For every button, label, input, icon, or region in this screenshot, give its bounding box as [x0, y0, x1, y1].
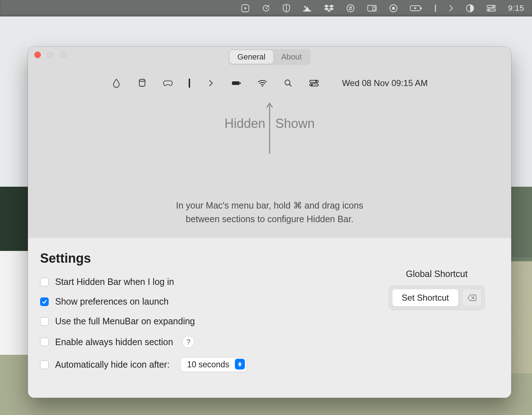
hidden-label: Hidden	[224, 116, 265, 131]
stepper-arrows-icon	[235, 359, 245, 369]
svg-rect-6	[309, 10, 311, 11]
svg-point-12	[347, 5, 354, 12]
svg-marker-9	[324, 8, 329, 10]
control-center-icon	[309, 78, 319, 88]
svg-point-16	[392, 7, 395, 10]
svg-point-26	[139, 79, 145, 81]
svg-rect-32	[310, 80, 318, 82]
svg-rect-14	[373, 7, 375, 10]
checkbox-full-menubar[interactable]	[40, 317, 49, 326]
tab-general[interactable]: General	[229, 50, 273, 64]
shortcut-control-group: Set Shortcut	[389, 286, 485, 310]
svg-marker-19	[414, 6, 417, 10]
checkbox-auto-hide[interactable]	[40, 361, 49, 369]
window-zoom-button[interactable]	[60, 52, 67, 58]
chevron-right-icon	[206, 78, 216, 88]
picture-landscape-icon[interactable]	[303, 0, 312, 16]
svg-line-31	[289, 84, 291, 86]
screen-layout-icon[interactable]	[367, 0, 377, 16]
auto-hide-select[interactable]: 10 seconds	[180, 357, 247, 372]
option-full-menubar: Use the full MenuBar on expanding	[40, 316, 247, 326]
option-show-prefs: Show preferences on launch	[40, 296, 247, 307]
instruction-text: In your Mac's menu bar, hold ⌘ and drag …	[176, 199, 363, 226]
settings-heading: Settings	[40, 251, 247, 266]
svg-point-4	[304, 6, 306, 8]
drop-icon	[111, 78, 121, 88]
shown-label: Shown	[275, 116, 315, 131]
battery-full-icon	[232, 78, 242, 88]
wifi-icon	[257, 78, 267, 88]
settings-left-column: Settings Start Hidden Bar when I log in …	[40, 251, 247, 372]
checkbox-start-on-login[interactable]	[40, 278, 49, 286]
svg-rect-22	[487, 5, 495, 8]
instruction-line1: In your Mac's menu bar, hold ⌘ and drag …	[176, 200, 363, 210]
battery-charging-icon[interactable]	[410, 0, 422, 16]
option-start-on-login: Start Hidden Bar when I log in	[40, 277, 247, 287]
svg-rect-28	[240, 82, 241, 84]
separator-icon[interactable]	[434, 0, 436, 16]
option-label: Automatically hide icon after:	[55, 359, 170, 370]
svg-marker-10	[329, 8, 334, 10]
tab-about[interactable]: About	[273, 50, 310, 64]
option-label: Start Hidden Bar when I log in	[55, 277, 174, 287]
control-center-icon[interactable]	[487, 0, 496, 16]
menubar-clock[interactable]: 9:15	[508, 4, 524, 13]
svg-point-23	[493, 6, 494, 7]
hidden-shown-diagram: Hidden Shown	[180, 98, 359, 159]
global-shortcut-section: Global Shortcut Set Shortcut	[389, 269, 485, 310]
clear-shortcut-button[interactable]	[462, 289, 482, 307]
time-machine-icon[interactable]	[262, 0, 270, 16]
option-label: Use the full MenuBar on expanding	[55, 316, 195, 326]
preferences-window: General About	[28, 47, 511, 398]
tab-segmented-control: General About	[228, 49, 311, 65]
svg-point-29	[262, 85, 263, 87]
chevron-right-icon[interactable]	[449, 0, 454, 16]
svg-marker-7	[324, 5, 329, 8]
help-button[interactable]: ?	[182, 336, 194, 348]
preview-menubar: Wed 08 Nov 09:15 AM	[111, 78, 428, 88]
svg-point-33	[315, 81, 317, 82]
separator-icon	[189, 78, 190, 88]
window-traffic-lights	[34, 52, 67, 58]
global-shortcut-label: Global Shortcut	[406, 269, 468, 279]
svg-marker-11	[327, 10, 331, 12]
set-shortcut-button[interactable]: Set Shortcut	[392, 289, 459, 307]
option-label: Show preferences on launch	[55, 296, 169, 307]
sync-circle-icon[interactable]	[346, 0, 355, 16]
system-menubar: 9:15	[0, 0, 532, 16]
svg-point-35	[311, 84, 313, 86]
instruction-line2: between sections to configure Hidden Bar…	[186, 214, 353, 224]
svg-rect-27	[232, 81, 240, 85]
svg-point-25	[488, 9, 490, 11]
svg-point-30	[285, 80, 290, 85]
svg-rect-5	[303, 10, 305, 11]
svg-rect-34	[310, 84, 318, 86]
window-titlebar: General About	[28, 47, 511, 67]
cylinder-icon	[137, 78, 147, 88]
dropbox-icon[interactable]	[324, 0, 334, 16]
checkbox-always-hidden[interactable]	[40, 338, 49, 346]
preview-datetime: Wed 08 Nov 09:15 AM	[342, 78, 428, 88]
record-circle-icon[interactable]	[389, 0, 398, 16]
svg-marker-1	[245, 7, 247, 10]
delete-back-icon	[467, 294, 477, 301]
search-icon	[283, 78, 293, 88]
svg-marker-8	[329, 5, 334, 8]
svg-rect-18	[421, 7, 422, 9]
option-label: Enable always hidden section	[55, 337, 173, 347]
window-close-button[interactable]	[34, 52, 41, 58]
svg-rect-24	[487, 9, 495, 11]
window-minimize-button[interactable]	[47, 52, 54, 58]
settings-pane: Settings Start Hidden Bar when I log in …	[28, 238, 511, 398]
checkbox-show-prefs[interactable]	[40, 297, 49, 306]
contrast-half-icon[interactable]	[466, 0, 474, 16]
shield-icon[interactable]	[282, 0, 290, 16]
game-controller-icon	[163, 78, 173, 88]
option-always-hidden: Enable always hidden section ?	[40, 336, 247, 348]
svg-rect-20	[435, 5, 436, 12]
play-circle-icon[interactable]	[241, 0, 250, 16]
option-auto-hide: Automatically hide icon after: 10 second…	[40, 357, 247, 372]
menubar-preview: Wed 08 Nov 09:15 AM Hidden Shown In your…	[28, 67, 511, 238]
